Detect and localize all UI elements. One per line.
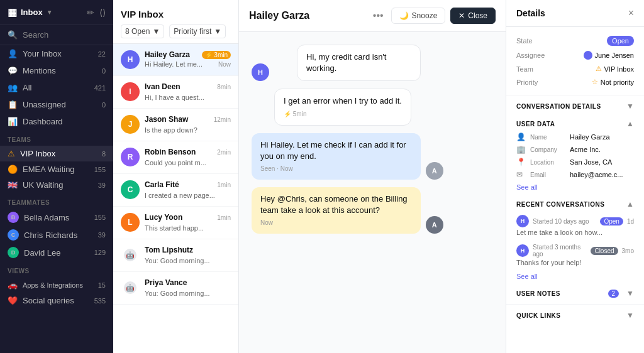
sidebar: ▦ Inbox ▼ ✏ ⟨⟩ 🔍 Search 👤Your Inbox 22 💬…: [0, 0, 113, 353]
msg-row-2: I get an error when I try to add it. ⚡ 5…: [274, 89, 493, 125]
team-row: Team ⚠ VIP Inbox: [516, 62, 634, 75]
chat-actions: ••• 🌙 Snooze ✕ Close: [370, 8, 496, 24]
conv-item-ivan[interactable]: I Ivan Deen 8min Hi, I have a quest...: [113, 76, 238, 109]
tom-bot-icon: 🤖: [121, 246, 140, 264]
open-count-filter[interactable]: 8 Open ▼: [121, 24, 164, 38]
sidebar-item-bella-adams[interactable]: B Bella Adams 155: [0, 209, 113, 226]
conversation-details-toggle[interactable]: ▼: [626, 102, 634, 111]
details-title: Details: [516, 8, 545, 18]
conv-item-robin[interactable]: R Robin Benson 2min Could you point m...: [113, 141, 238, 174]
right-panel-header: Details ×: [506, 0, 644, 27]
snooze-button[interactable]: 🌙 Snooze: [391, 8, 446, 24]
building-icon: 🏢: [516, 145, 525, 154]
inbox-icon: ▦: [8, 6, 17, 18]
user-data-see-all[interactable]: See all: [506, 181, 644, 193]
user-data-section-header: USER DATA ▲: [506, 113, 644, 131]
collapse-icon[interactable]: ⟨⟩: [99, 8, 106, 18]
recent-convs-see-all[interactable]: See all: [506, 270, 644, 283]
conversation-list: VIP Inbox 8 Open ▼ Priority first ▼ H Ha…: [113, 0, 239, 353]
sidebar-item-emea-waiting[interactable]: 🟠 EMEA Waiting 155: [0, 161, 113, 177]
priority-row: Priority ☆ Not priority: [516, 75, 634, 89]
sidebar-logo-label: Inbox: [21, 8, 43, 17]
sidebar-item-mentions[interactable]: 💬Mentions 0: [0, 62, 113, 79]
chevron-down-icon: ▼: [214, 27, 221, 36]
conv-item-priya[interactable]: 🤖 Priya Vance You: Good morning...: [113, 272, 238, 305]
warning-icon: ⚠: [8, 149, 15, 158]
lucy-avatar: L: [121, 213, 140, 232]
compose-icon[interactable]: ✏: [87, 8, 94, 18]
sidebar-item-vip-inbox[interactable]: ⚠ VIP Inbox 8: [0, 146, 113, 161]
conversation-details-section-header: CONVERSATION DETAILS ▼: [506, 95, 644, 113]
dashboard-icon: 📊: [8, 117, 18, 126]
sidebar-item-david-lee[interactable]: D David Lee 129: [0, 244, 113, 261]
msg-row-4: Hey @Chris, can someone on the Billing t…: [252, 187, 493, 234]
team-warning-icon: ⚠: [596, 65, 602, 73]
sidebar-item-chris-richards[interactable]: C Chris Richards 39: [0, 226, 113, 244]
state-badge: Open: [607, 36, 634, 46]
rc1-status: Open: [600, 217, 623, 225]
sidebar-item-unassigned[interactable]: 📋Unassigned 0: [0, 96, 113, 113]
chat-header: Hailey Garza ••• 🌙 Snooze ✕ Close: [239, 0, 506, 32]
msg3-bubble: Hi Hailey. Let me check if I can add it …: [252, 133, 421, 180]
jason-avatar: J: [121, 115, 140, 134]
msg1-avatar: H: [252, 63, 269, 81]
recent-conv-1[interactable]: H Started 10 days ago Open 1d Let me tak…: [506, 211, 644, 240]
your-inbox-icon: 👤: [8, 49, 18, 58]
conv-item-lucy[interactable]: L Lucy Yoon 1min This started happ...: [113, 207, 238, 239]
priya-bot-icon: 🤖: [121, 278, 140, 297]
david-avatar: D: [8, 247, 19, 258]
chat-messages: H Hi, my credit card isn't working. I ge…: [239, 32, 506, 353]
sidebar-item-social-queries[interactable]: ❤️ Social queries 535: [0, 293, 113, 308]
sidebar-header-actions: ✏ ⟨⟩: [87, 8, 106, 18]
conv-item-jason[interactable]: J Jason Shaw 12min Is the app down?: [113, 109, 238, 141]
rc2-status: Closed: [591, 247, 618, 255]
social-icon: ❤️: [8, 296, 18, 305]
recent-convs-toggle[interactable]: ▲: [626, 200, 634, 209]
sidebar-item-apps-integrations[interactable]: 🚗 Apps & Integrations 15: [0, 277, 113, 293]
email-icon: ✉: [516, 170, 525, 179]
rc1-avatar: H: [516, 215, 529, 227]
conv-list-title: VIP Inbox: [121, 9, 231, 19]
msg1-bubble: Hi, my credit card isn't working.: [297, 45, 421, 81]
more-options-button[interactable]: •••: [370, 8, 386, 24]
svg-text:🤖: 🤖: [126, 283, 135, 292]
ivan-avatar: I: [121, 82, 140, 101]
conv-item-hailey[interactable]: H Hailey Garza ⚡ 3min Hi Hailey. Let me.…: [113, 44, 238, 76]
close-button[interactable]: ✕ Close: [450, 8, 496, 24]
sidebar-search[interactable]: 🔍 Search: [0, 25, 113, 45]
sidebar-item-all[interactable]: 👥All 421: [0, 79, 113, 96]
all-icon: 👥: [8, 83, 18, 92]
quick-links-section[interactable]: QUICK LINKS ▼: [506, 305, 644, 326]
close-details-button[interactable]: ×: [628, 8, 634, 19]
bella-avatar: B: [8, 212, 19, 223]
user-notes-badge: 2: [608, 290, 619, 298]
user-notes-chevron-icon: ▼: [626, 289, 634, 298]
location-icon: 📍: [516, 158, 525, 166]
unassigned-icon: 📋: [8, 100, 18, 109]
conv-item-carla[interactable]: C Carla Fité 1min I created a new page..…: [113, 174, 238, 207]
chevron-down-icon: ▼: [152, 27, 160, 36]
chevron-down-icon: ▼: [47, 9, 53, 16]
msg2-meta: ⚡ 5min: [284, 110, 402, 119]
uk-flag-icon: 🇬🇧: [8, 180, 18, 190]
quick-links-chevron-icon: ▼: [626, 311, 634, 320]
person-icon: 👤: [516, 133, 525, 141]
sidebar-logo[interactable]: ▦ Inbox ▼: [8, 6, 53, 18]
msg3-meta: Seen · Now: [260, 165, 412, 173]
sidebar-header: ▦ Inbox ▼ ✏ ⟨⟩: [0, 0, 113, 25]
user-company-row: 🏢 Company Acme Inc.: [506, 143, 644, 156]
conv-item-tom[interactable]: 🤖 Tom Lipshutz You: Good morning...: [113, 239, 238, 272]
teams-section-label: TEAMS: [0, 130, 113, 146]
sidebar-item-dashboard[interactable]: 📊Dashboard: [0, 113, 113, 130]
sidebar-item-uk-waiting[interactable]: 🇬🇧 UK Waiting 39: [0, 177, 113, 193]
sidebar-item-your-inbox[interactable]: 👤Your Inbox 22: [0, 45, 113, 62]
state-row: State Open: [516, 33, 634, 48]
recent-conv-2[interactable]: H Started 3 months ago Closed 3mo Thanks…: [506, 240, 644, 270]
assignee-row: Assignee June Jensen: [516, 48, 634, 62]
sort-filter[interactable]: Priority first ▼: [169, 24, 226, 38]
user-data-toggle[interactable]: ▲: [626, 119, 634, 128]
user-notes-section[interactable]: USER NOTES 2 ▼: [506, 283, 644, 305]
chris-avatar: C: [8, 229, 19, 241]
msg2-bubble: I get an error when I try to add it. ⚡ 5…: [274, 89, 411, 125]
teammates-section-label: TEAMMATES: [0, 193, 113, 209]
